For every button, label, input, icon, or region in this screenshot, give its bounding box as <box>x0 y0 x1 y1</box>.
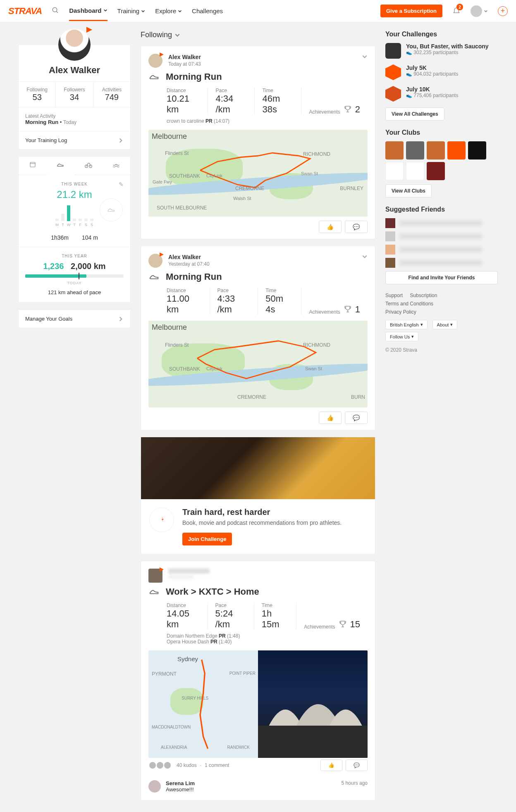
run-icon <box>148 586 160 598</box>
latest-activity[interactable]: Latest Activity Morning Run • Today <box>19 107 130 131</box>
follow-select[interactable]: Follow Us ▾ <box>385 332 418 341</box>
challenge-badge-icon <box>385 64 401 80</box>
language-select[interactable]: British English ▾ <box>385 320 428 329</box>
activity-timestamp: Yesterday at 07:40 <box>168 261 210 267</box>
svg-point-0 <box>53 7 57 12</box>
stat-followers[interactable]: Followers34 <box>56 82 93 107</box>
club-badge[interactable] <box>447 141 466 160</box>
suggested-heading: Suggested Friends <box>385 206 498 213</box>
activity-user[interactable]: Alex Walker <box>168 54 201 60</box>
commenter-avatar[interactable] <box>148 780 161 793</box>
kudos-button[interactable]: 👍 <box>319 221 342 233</box>
clubs-heading: Your Clubs <box>385 129 498 136</box>
weekly-stats-card: ✎ THIS WEEK 21.2 km MTWTFSS 1h36m 104 m … <box>18 156 131 302</box>
activity-avatar[interactable] <box>148 254 162 268</box>
search-icon[interactable] <box>52 7 59 15</box>
activity-avatar[interactable] <box>148 54 162 68</box>
challenge-item[interactable]: July 10K👟 775,406 participants <box>385 86 498 102</box>
activity-user[interactable]: Alex Walker <box>168 254 201 260</box>
activity-avatar[interactable] <box>148 569 162 583</box>
give-subscription-button[interactable]: Give a Subscription <box>380 5 442 17</box>
view-all-clubs-button[interactable]: View All Clubs <box>385 184 432 198</box>
year-goal: 2,000 km <box>71 262 106 271</box>
footer-privacy[interactable]: Privacy Policy <box>385 309 416 315</box>
week-elev: 104 m <box>82 234 98 241</box>
profile-name[interactable]: Alex Walker <box>19 65 130 81</box>
comment-text: Awesome!!! <box>166 786 337 793</box>
nav-links: Dashboard Training Explore Challenges <box>69 1 223 21</box>
stats-tab-bike[interactable] <box>74 157 103 175</box>
manage-goals-link[interactable]: Manage Your Goals <box>19 310 130 328</box>
promo-card: Train hard, rest harder Book, movie and … <box>141 437 375 554</box>
club-badge[interactable] <box>406 141 424 160</box>
join-challenge-button[interactable]: Join Challenge <box>182 533 232 545</box>
activity-type-icon <box>100 198 123 221</box>
stat-activities[interactable]: Activities749 <box>93 82 130 107</box>
club-badge[interactable] <box>427 141 445 160</box>
nav-explore[interactable]: Explore <box>155 1 182 21</box>
footer-support[interactable]: Support <box>385 293 403 298</box>
profile-card: Alex Walker Following53 Followers34 Acti… <box>18 45 131 150</box>
avatar-menu[interactable] <box>471 5 488 17</box>
goals-card: Manage Your Goals <box>18 309 131 328</box>
activity-title[interactable]: Morning Run <box>166 71 222 82</box>
footer-subscription[interactable]: Subscription <box>410 293 437 298</box>
upload-icon[interactable]: + <box>498 6 508 16</box>
stat-following[interactable]: Following53 <box>19 82 56 107</box>
clubs-grid <box>385 141 498 180</box>
club-badge[interactable] <box>385 141 404 160</box>
club-badge[interactable] <box>427 162 445 180</box>
copyright: © 2020 Strava <box>385 347 498 353</box>
nav-training[interactable]: Training <box>117 1 146 21</box>
activity-map[interactable]: Melbourne Flinders St RICHMOND SOUTHBANK… <box>148 321 368 407</box>
top-nav: STRAVA Dashboard Training Explore Challe… <box>0 0 516 22</box>
svg-rect-5 <box>258 726 368 758</box>
club-badge[interactable] <box>406 162 424 180</box>
nav-challenges[interactable]: Challenges <box>192 1 223 21</box>
activity-title[interactable]: Work > KXTC > Home <box>166 586 259 597</box>
kudos-button[interactable]: 👍 <box>319 412 342 424</box>
stats-tab-run[interactable] <box>47 157 75 175</box>
activity-map[interactable]: Melbourne Flinders St RICHMOND SOUTHBANK… <box>148 130 368 217</box>
year-pace: 121 km ahead of pace <box>25 289 124 295</box>
run-icon <box>148 271 160 283</box>
logo[interactable]: STRAVA <box>8 6 42 17</box>
club-badge[interactable] <box>468 141 486 160</box>
comment-time: 5 hours ago <box>342 780 368 786</box>
activity-card: Alex Walker Yesterday at 07:40 Morning R… <box>141 246 375 430</box>
promo-text: Book, movie and podcast recommendations … <box>182 519 342 526</box>
activity-card: Work > KXTC > Home Distance14.05 km Pace… <box>141 561 375 800</box>
stats-tab-calendar[interactable] <box>19 157 47 175</box>
training-log-link[interactable]: Your Training Log <box>19 131 130 149</box>
activity-map[interactable]: Sydney PYRMONT POINT PIPER SURRY HILLS M… <box>148 650 368 758</box>
comments-count[interactable]: 1 comment <box>205 762 229 768</box>
kudos-count[interactable]: 40 kudos <box>177 762 197 768</box>
find-friends-button[interactable]: Find and Invite Your Friends <box>385 271 498 284</box>
profile-avatar[interactable] <box>58 29 91 61</box>
edit-icon[interactable]: ✎ <box>119 181 124 188</box>
notifications-icon[interactable]: 2 <box>452 6 461 16</box>
activity-menu-icon[interactable] <box>362 54 368 61</box>
challenge-item[interactable]: You, But Faster, with Saucony👟 302,235 p… <box>385 43 498 59</box>
commenter-name[interactable]: Serena Lim <box>166 780 195 786</box>
about-select[interactable]: About ▾ <box>432 320 458 329</box>
year-progress <box>25 274 124 278</box>
kudos-button[interactable]: 👍 <box>320 760 342 771</box>
challenge-item[interactable]: July 5K👟 904,032 participants <box>385 64 498 80</box>
comment-button[interactable]: 💬 <box>346 760 368 771</box>
strava-badge-icon <box>149 507 174 532</box>
activity-menu-icon[interactable] <box>362 254 368 261</box>
svg-rect-2 <box>30 162 35 167</box>
stats-tab-swim[interactable] <box>103 157 131 175</box>
activity-timestamp: Today at 07:43 <box>168 61 201 67</box>
club-badge[interactable] <box>385 162 404 180</box>
nav-dashboard[interactable]: Dashboard <box>69 1 107 21</box>
year-current: 1,236 <box>43 262 64 271</box>
comment-button[interactable]: 💬 <box>345 221 368 233</box>
comment-button[interactable]: 💬 <box>345 412 368 424</box>
feed-filter[interactable]: Following <box>141 31 375 39</box>
view-all-challenges-button[interactable]: View All Challenges <box>385 107 444 121</box>
activity-title[interactable]: Morning Run <box>166 271 222 282</box>
challenges-heading: Your Challenges <box>385 31 498 38</box>
footer-terms[interactable]: Terms and Conditions <box>385 301 433 307</box>
